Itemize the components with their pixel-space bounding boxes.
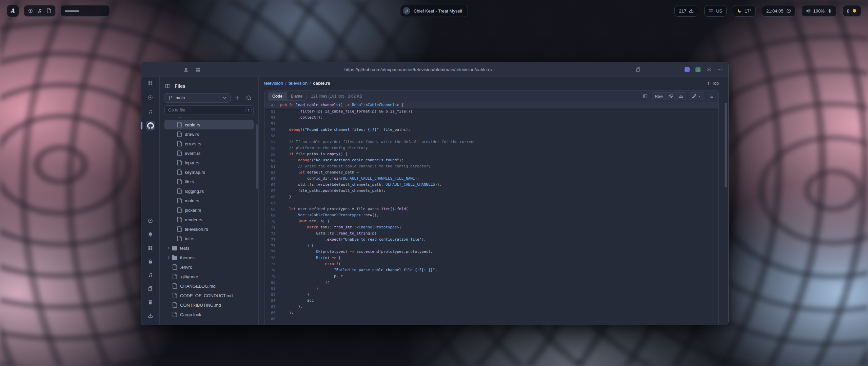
line-number[interactable]: 68: [264, 206, 280, 212]
tree-file-CODE_OF_CONDUCT.md[interactable]: CODE_OF_CONDUCT.md: [164, 291, 254, 300]
search-tree-button[interactable]: [244, 93, 254, 103]
tab-blame[interactable]: Blame: [287, 92, 307, 100]
tree-file-tui.rs[interactable]: tui.rs: [164, 234, 254, 243]
line-number[interactable]: 57: [264, 139, 280, 145]
line-number[interactable]: 77: [264, 261, 280, 267]
tree-file-Cargo.lock[interactable]: Cargo.lock: [164, 310, 254, 319]
line-number[interactable]: 86: [264, 316, 280, 322]
line-number[interactable]: 61: [264, 163, 280, 169]
line-number[interactable]: 70: [264, 218, 280, 224]
tree-folder-tests[interactable]: tests: [164, 243, 254, 253]
windows-button[interactable]: [146, 284, 155, 293]
line-number[interactable]: 54: [264, 121, 280, 127]
lock-button[interactable]: [146, 257, 155, 266]
codespaces-button[interactable]: [641, 92, 649, 100]
line-number[interactable]: 53: [264, 115, 280, 121]
tab-code[interactable]: Code: [268, 92, 287, 100]
line-number[interactable]: 56: [264, 133, 280, 139]
tree-file-keymap.rs[interactable]: keymap.rs: [164, 167, 254, 177]
profile-icon[interactable]: [183, 67, 189, 72]
media-button[interactable]: [146, 270, 155, 280]
tree-file-main.rs[interactable]: main.rs: [164, 196, 254, 205]
record-icon[interactable]: [28, 8, 33, 13]
line-number[interactable]: 76: [264, 255, 280, 261]
extension-icon-1[interactable]: [685, 67, 690, 72]
url-bar[interactable]: https://github.com/alexpasmantier/televi…: [200, 67, 636, 72]
tree-file-event.rs[interactable]: event.rs: [164, 148, 254, 158]
line-number[interactable]: 72: [264, 230, 280, 237]
music-note-icon[interactable]: [37, 8, 42, 13]
line-number[interactable]: 65: [264, 188, 280, 194]
line-number[interactable]: 73: [264, 237, 280, 243]
breadcrumb-folder[interactable]: television: [289, 81, 308, 86]
clock-widget[interactable]: 21:04:05: [762, 5, 795, 17]
document-icon[interactable]: [46, 8, 51, 13]
tree-file-CHANGELOG.md[interactable]: CHANGELOG.md: [164, 281, 254, 291]
apps-button[interactable]: [146, 243, 155, 252]
line-number[interactable]: 84: [264, 304, 280, 310]
line-number[interactable]: 78: [264, 267, 280, 273]
back-to-top-link[interactable]: Top: [706, 81, 719, 86]
tree-file-CONTRIBUTING.md[interactable]: CONTRIBUTING.md: [164, 300, 254, 310]
symbols-panel-button[interactable]: [707, 92, 715, 100]
tab-github-active[interactable]: [146, 121, 155, 130]
new-file-button[interactable]: [233, 93, 242, 103]
download-raw-button[interactable]: [676, 93, 686, 100]
breadcrumb-repo[interactable]: television: [264, 81, 283, 86]
go-to-file-input[interactable]: Go to file t: [164, 105, 254, 115]
line-number[interactable]: 69: [264, 212, 280, 218]
line-number[interactable]: 59: [264, 151, 280, 157]
line-number[interactable]: 83: [264, 298, 280, 304]
line-number[interactable]: 74: [264, 243, 280, 249]
keyboard-layout-widget[interactable]: US: [704, 5, 727, 17]
sidebar-scrollbar[interactable]: [256, 124, 258, 189]
line-number[interactable]: 66: [264, 194, 280, 200]
notifications-button[interactable]: [146, 229, 155, 239]
tree-file-.envrc[interactable]: .envrc: [164, 262, 254, 272]
tree-file-app.rs[interactable]: app.rs: [164, 118, 254, 120]
line-number[interactable]: 71: [264, 224, 280, 230]
tree-folder-themes[interactable]: themes: [164, 253, 254, 262]
edit-file-button[interactable]: [689, 93, 704, 100]
sidebar-collapse-button[interactable]: [164, 83, 171, 89]
tree-file-cable.rs[interactable]: cable.rs: [164, 120, 254, 129]
volume-widget[interactable]: 100%: [802, 5, 836, 17]
tree-file-television.rs[interactable]: television.rs: [164, 224, 254, 234]
tree-file-lib.rs[interactable]: lib.rs: [164, 177, 254, 186]
line-number[interactable]: 62: [264, 169, 280, 176]
line-number[interactable]: 58: [264, 145, 280, 151]
container-icon[interactable]: [195, 67, 200, 72]
line-number[interactable]: 63: [264, 176, 280, 182]
branch-selector[interactable]: main: [164, 93, 231, 103]
downloads-button[interactable]: [146, 311, 155, 320]
scrollbar-thumb[interactable]: [725, 103, 727, 187]
page-scrollbar[interactable]: [725, 78, 727, 324]
more-menu-icon[interactable]: [717, 67, 722, 72]
line-number[interactable]: 43: [264, 102, 280, 108]
workspace-indicator[interactable]: [60, 5, 110, 17]
line-number[interactable]: 82: [264, 291, 280, 298]
line-number[interactable]: 75: [264, 249, 280, 255]
line-number[interactable]: 80: [264, 279, 280, 285]
line-number[interactable]: 81: [264, 285, 280, 291]
trash-button[interactable]: [146, 297, 155, 307]
tree-file-input.rs[interactable]: input.rs: [164, 158, 254, 167]
raw-button[interactable]: Raw: [652, 93, 666, 100]
tree-file-errors.rs[interactable]: errors.rs: [164, 139, 254, 148]
extension-icon-2[interactable]: [695, 67, 701, 72]
pinned-tab-3[interactable]: [146, 107, 155, 116]
tree-file-picker.rs[interactable]: picker.rs: [164, 205, 254, 215]
duplicate-tab-icon[interactable]: [636, 67, 641, 72]
pinned-tab-2[interactable]: [146, 93, 155, 102]
tree-file-draw.rs[interactable]: draw.rs: [164, 129, 254, 139]
updates-widget[interactable]: 217: [674, 5, 698, 17]
copy-raw-button[interactable]: [666, 93, 676, 100]
snowflake-icon[interactable]: [706, 67, 711, 72]
line-number[interactable]: 55: [264, 127, 280, 133]
now-playing-widget[interactable]: Chief Keef - Treat Myself: [400, 5, 468, 17]
tree-file-.gitignore[interactable]: .gitignore: [164, 272, 254, 281]
notifications-widget[interactable]: 8: [843, 5, 861, 17]
weather-widget[interactable]: 17°: [733, 5, 756, 17]
line-number[interactable]: 85: [264, 310, 280, 316]
tree-file-render.rs[interactable]: render.rs: [164, 215, 254, 224]
